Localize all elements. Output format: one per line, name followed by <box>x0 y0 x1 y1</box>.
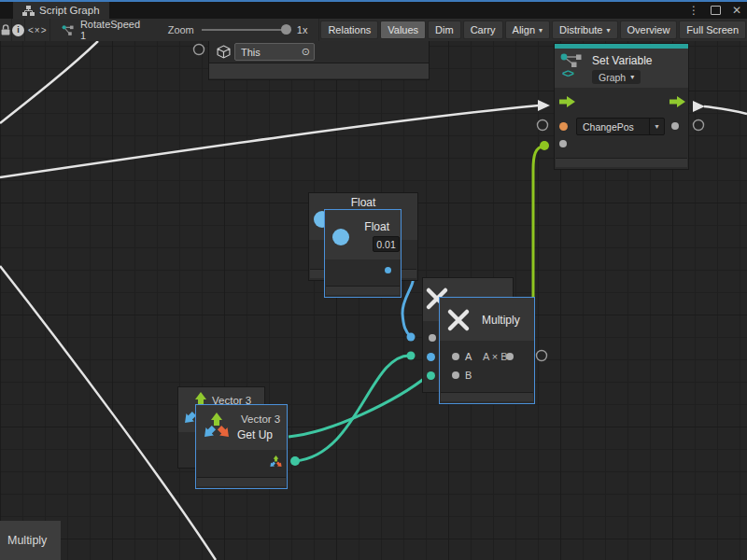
breadcrumb[interactable]: RotateSpeed 1 <box>50 19 150 41</box>
variable-name-port[interactable] <box>559 122 568 131</box>
float-footer <box>326 286 400 295</box>
overview-label: Overview <box>627 24 670 35</box>
window-close-icon[interactable]: ✕ <box>732 4 741 17</box>
cube-icon <box>217 45 231 59</box>
float-node[interactable]: Float 0.01 <box>324 209 402 298</box>
align-dropdown[interactable]: Align▾ <box>505 21 550 39</box>
wire-control-in[interactable] <box>0 105 539 177</box>
zoom-slider-track[interactable] <box>202 29 291 31</box>
multiply-node-corner[interactable]: Multiply <box>0 521 61 560</box>
ghost-port-setvar-left[interactable] <box>538 120 548 131</box>
lock-icon <box>0 23 11 36</box>
tab-label: Script Graph <box>39 5 100 16</box>
multiply-back-port-a[interactable] <box>427 353 435 361</box>
wire-lime-endpoint[interactable] <box>540 141 549 150</box>
float-title: Float <box>364 220 389 233</box>
breadcrumb-label: RotateSpeed 1 <box>80 19 142 41</box>
ghost-port-this[interactable] <box>194 45 204 55</box>
get-up-title: Get Up <box>237 428 273 441</box>
graph-tab-icon <box>22 5 35 17</box>
graph-toolbar: i <×> RotateSpeed 1 Zoom 1x Relations Va… <box>0 19 747 42</box>
ghost-port-setvar-right[interactable] <box>694 120 704 131</box>
input-b-label: B <box>465 370 472 381</box>
this-node[interactable]: This ⊙ <box>208 41 430 80</box>
vector3-output-icon[interactable] <box>269 455 283 469</box>
get-up-footer <box>197 477 286 486</box>
input-a-port[interactable] <box>452 353 459 360</box>
wire-teal-start[interactable] <box>290 456 300 466</box>
variable-name-dropdown-button[interactable]: ▼ <box>649 118 665 135</box>
unity-visual-scripting-window: { "colors":{ "focus-line":"#3d7abc", "se… <box>0 0 747 560</box>
relations-label: Relations <box>328 24 371 35</box>
get-up-type-label: Vector 3 <box>241 413 280 425</box>
relations-button[interactable]: Relations <box>320 21 378 39</box>
code-view-button[interactable]: <×> <box>25 19 50 41</box>
multiply-back-port-b[interactable] <box>427 371 435 380</box>
values-button[interactable]: Values <box>380 21 426 39</box>
multiply-back-port[interactable] <box>429 334 436 342</box>
input-a-label: A <box>465 351 472 362</box>
window-menu-icon[interactable]: ⋮ <box>688 4 699 17</box>
this-object-field[interactable]: This ⊙ <box>234 43 315 61</box>
control-input-arrow[interactable] <box>559 96 575 107</box>
output-port[interactable] <box>506 353 514 360</box>
wire-teal-getup-1[interactable] <box>295 356 411 461</box>
info-icon: i <box>12 24 24 36</box>
multiply-x-icon <box>446 308 471 332</box>
variable-name-field[interactable]: ChangePos <box>576 118 655 135</box>
float-output-port[interactable] <box>385 267 391 273</box>
tab-bar: Script Graph <box>0 2 747 19</box>
distribute-dropdown[interactable]: Distribute▾ <box>552 21 617 39</box>
dim-button[interactable]: Dim <box>428 21 461 39</box>
wire-teal-end[interactable] <box>407 352 416 360</box>
chevron-down-icon: ▾ <box>607 26 611 35</box>
wire-white-topleft[interactable] <box>0 41 98 123</box>
overview-button[interactable]: Overview <box>620 21 678 39</box>
get-up-node[interactable]: Vector 3 Get Up <box>195 404 288 489</box>
graph-canvas[interactable]: This ⊙ <> Set Variable Graph ▾ ChangePos <box>0 41 747 560</box>
set-variable-footer <box>556 158 687 167</box>
input-b-port[interactable] <box>452 371 459 379</box>
set-variable-node[interactable]: <> Set Variable Graph ▾ ChangePos ▼ <box>554 43 689 170</box>
wire-control-out[interactable] <box>704 106 747 114</box>
float-type-icon <box>332 229 349 245</box>
variable-kind-dropdown[interactable]: Graph ▾ <box>592 70 641 84</box>
code-icon: <> <box>562 67 573 80</box>
control-output-arrow[interactable] <box>669 96 685 107</box>
set-variable-title: Set Variable <box>592 54 652 67</box>
fullscreen-label: Full Screen <box>686 24 739 35</box>
output-label: A × B <box>483 351 508 362</box>
variable-value-port[interactable] <box>559 140 567 147</box>
variable-output-port[interactable] <box>671 122 679 130</box>
corner-multiply-title: Multiply <box>7 534 47 547</box>
info-button[interactable]: i <box>12 19 25 41</box>
code-view-icon: <×> <box>28 25 48 35</box>
multiply-node[interactable]: Multiply A A × B B <box>439 297 535 404</box>
carry-button[interactable]: Carry <box>463 21 503 39</box>
this-field-value: This <box>241 47 261 58</box>
zoom-slider-handle[interactable] <box>281 24 291 35</box>
distribute-label: Distribute <box>559 24 602 35</box>
float-value-field[interactable]: 0.01 <box>373 236 400 252</box>
vector3-arrows-icon <box>202 411 232 441</box>
ghost-port-multiply-out[interactable] <box>537 351 547 361</box>
window-maximize-icon[interactable] <box>711 6 721 15</box>
fullscreen-button[interactable]: Full Screen <box>679 21 746 39</box>
zoom-value: 1x <box>297 24 308 35</box>
chevron-down-icon: ▾ <box>539 26 543 35</box>
variable-name-value: ChangePos <box>583 121 634 133</box>
zoom-slider[interactable] <box>202 19 291 41</box>
wire-blue-end[interactable] <box>407 333 416 342</box>
wire-teal-getup-2[interactable] <box>289 375 429 437</box>
lock-button[interactable] <box>0 19 12 41</box>
window-controls: ⋮ ✕ <box>688 2 741 19</box>
wire-lime-result[interactable] <box>533 146 544 304</box>
tab-script-graph[interactable]: Script Graph <box>13 2 109 19</box>
variable-graph-icon <box>560 53 585 68</box>
object-picker-icon[interactable]: ⊙ <box>302 46 310 58</box>
chevron-down-icon: ▼ <box>654 123 660 130</box>
zoom-control: Zoom 1x <box>168 19 314 41</box>
toolbar-buttons: Relations Values Dim Carry Align▾ Distri… <box>318 19 747 41</box>
wire-blue-float[interactable] <box>402 273 413 337</box>
zoom-label: Zoom <box>168 24 194 35</box>
